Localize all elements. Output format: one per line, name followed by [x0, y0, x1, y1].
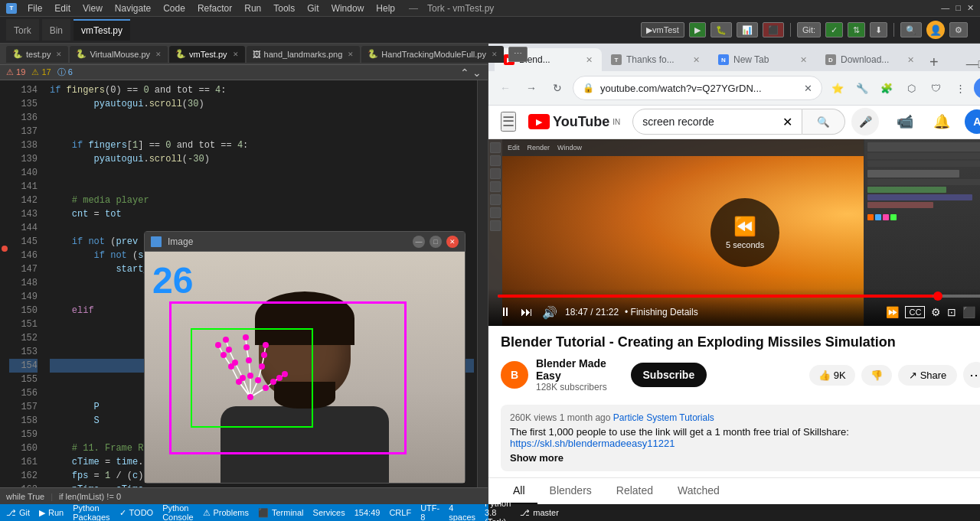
- clear-url-icon[interactable]: ✕: [804, 83, 812, 94]
- file-tab-test[interactable]: 🐍 test.py ✕: [6, 46, 68, 63]
- status-git[interactable]: ⎇ Git: [6, 508, 30, 518]
- yt-tab-watched[interactable]: Watched: [665, 478, 732, 504]
- file-tab-landmarks[interactable]: 🖼 hand_landmarks.png ✕: [247, 46, 361, 63]
- progress-bar[interactable]: [498, 295, 980, 298]
- file-tab-virtualmouse[interactable]: 🐍 VirtualMouse.py ✕: [70, 46, 168, 63]
- address-bar[interactable]: 🔒 youtube.com/watch?v=Q27YGrDN... ✕: [573, 76, 822, 100]
- extension-btn-2[interactable]: 🔧: [851, 77, 873, 99]
- popup-maximize-button[interactable]: □: [430, 236, 442, 248]
- more-actions-button[interactable]: ⋯: [963, 362, 980, 388]
- settings-button[interactable]: ⚙: [931, 306, 941, 318]
- menu-item-refactor[interactable]: Refactor: [193, 3, 237, 14]
- yt-user-avatar[interactable]: A: [965, 109, 980, 134]
- menu-item-run[interactable]: Run: [240, 3, 266, 14]
- yt-tab-related[interactable]: Related: [604, 478, 665, 504]
- extension-btn-5[interactable]: 🛡: [925, 77, 946, 99]
- extension-btn-4[interactable]: ⬡: [900, 77, 922, 99]
- reload-button[interactable]: ↻: [547, 77, 568, 99]
- new-tab-button[interactable]: +: [923, 54, 945, 71]
- git-check-btn[interactable]: ✓: [825, 22, 843, 37]
- menu-item-navigate[interactable]: Navigate: [110, 3, 155, 14]
- maximize-btn[interactable]: □: [956, 3, 961, 13]
- status-branch[interactable]: ⎇ master: [520, 508, 559, 518]
- browser-tab-newtab-close[interactable]: ✕: [800, 55, 807, 65]
- yt-search-button[interactable]: 🔍: [802, 109, 845, 135]
- yt-tab-blenders[interactable]: Blenders: [537, 478, 604, 504]
- git-merge-btn[interactable]: ⇅: [848, 22, 865, 37]
- menu-item-window[interactable]: Window: [327, 3, 369, 14]
- menu-item-git[interactable]: Git: [302, 3, 323, 14]
- minimize-btn[interactable]: —: [941, 3, 949, 13]
- run-btn[interactable]: ▶: [689, 22, 706, 37]
- file-tab-vm-close[interactable]: ✕: [155, 50, 162, 58]
- back-button[interactable]: ←: [495, 77, 516, 99]
- more-options-btn[interactable]: ⋮: [949, 77, 971, 99]
- browser-profile[interactable]: A: [974, 77, 980, 99]
- browser-tab-newtab[interactable]: N New Tab ✕: [709, 48, 816, 71]
- channel-name[interactable]: Blender Made Easy: [536, 357, 623, 382]
- yt-notifications-button[interactable]: 🔔: [928, 108, 956, 135]
- menu-item-help[interactable]: Help: [371, 3, 400, 14]
- expand-btn[interactable]: ⌄: [472, 67, 482, 79]
- speed-button[interactable]: ⏩: [886, 306, 899, 318]
- play-pause-button[interactable]: ⏸: [498, 304, 513, 321]
- file-tab-tracking-close[interactable]: ✕: [492, 50, 498, 58]
- debug-btn[interactable]: 🐛: [710, 22, 732, 37]
- ide-tab-vmtest[interactable]: vmTest.py: [74, 19, 130, 41]
- collapse-btn[interactable]: ⌃: [460, 67, 469, 79]
- yt-search-input[interactable]: [642, 116, 776, 128]
- browser-minimize[interactable]: —: [966, 57, 978, 71]
- menu-item-tools[interactable]: Tools: [269, 3, 299, 14]
- ide-tab-tork[interactable]: Tork: [6, 19, 39, 41]
- file-tab-test-close[interactable]: ✕: [56, 50, 62, 58]
- show-more-button[interactable]: Show more: [510, 452, 564, 464]
- yt-search-box[interactable]: ✕: [632, 109, 802, 135]
- browser-tab-blend-close[interactable]: ✕: [586, 55, 593, 65]
- yt-logo[interactable]: YouTube IN: [528, 114, 620, 130]
- next-button[interactable]: ⏭: [519, 304, 534, 321]
- like-button[interactable]: 👍 9K: [809, 365, 855, 386]
- browser-tab-download[interactable]: D Download... ✕: [816, 48, 923, 71]
- yt-menu-icon[interactable]: ☰: [501, 112, 516, 132]
- menu-item-file[interactable]: File: [23, 3, 47, 14]
- menu-item-view[interactable]: View: [78, 3, 107, 14]
- status-run[interactable]: ▶ Run: [39, 508, 64, 518]
- browser-tab-thanks[interactable]: T Thanks fo... ✕: [602, 48, 709, 71]
- yt-create-button[interactable]: 📹: [891, 108, 919, 135]
- captions-button[interactable]: CC: [905, 306, 925, 318]
- status-services[interactable]: Services: [313, 508, 345, 517]
- extension-btn-1[interactable]: ⭐: [827, 77, 848, 99]
- menu-item-edit[interactable]: Edit: [50, 3, 75, 14]
- status-python-console[interactable]: Python Console: [162, 503, 193, 521]
- status-problems[interactable]: ⚠ Problems: [203, 508, 249, 518]
- user-avatar[interactable]: 👤: [926, 21, 945, 39]
- file-tab-vmtest[interactable]: 🐍 vmTest.py ✕: [169, 46, 245, 63]
- forward-button[interactable]: →: [521, 77, 542, 99]
- dislike-button[interactable]: 👎: [861, 365, 892, 386]
- search-everywhere-btn[interactable]: 🔍: [900, 22, 922, 37]
- popup-close-button[interactable]: ✕: [446, 236, 459, 248]
- ide-tab-bin[interactable]: Bin: [42, 19, 70, 41]
- status-python-packages[interactable]: Python Packages: [73, 503, 109, 521]
- yt-desc-link[interactable]: https://skl.sh/blendermadeeasy11221: [510, 438, 675, 449]
- file-tab-tracking[interactable]: 🐍 HandTrackingModuleFull.py ✕: [361, 46, 504, 63]
- status-todo[interactable]: ✓ TODO: [119, 508, 154, 518]
- yt-video-player[interactable]: Edit Render Window: [488, 139, 980, 326]
- status-terminal[interactable]: ⬛ Terminal: [258, 508, 304, 518]
- coverage-btn[interactable]: 📊: [737, 22, 758, 37]
- popup-minimize-button[interactable]: —: [413, 236, 425, 248]
- yt-mic-button[interactable]: 🎤: [851, 108, 879, 135]
- git-btn[interactable]: Git:: [797, 22, 821, 37]
- category-tag[interactable]: Particle System Tutorials: [613, 412, 714, 423]
- browser-tab-download-close[interactable]: ✕: [907, 55, 914, 65]
- run-config-btn[interactable]: ▶ vmTest: [641, 22, 684, 37]
- theater-button[interactable]: ⬛: [962, 306, 975, 318]
- file-tab-vmtest-close[interactable]: ✕: [233, 50, 239, 58]
- menu-item-code[interactable]: Code: [158, 3, 190, 14]
- browser-tab-thanks-close[interactable]: ✕: [693, 55, 700, 65]
- extension-btn-3[interactable]: 🧩: [876, 77, 897, 99]
- file-tab-landmarks-close[interactable]: ✕: [348, 50, 354, 58]
- settings-btn[interactable]: ⚙: [949, 22, 968, 37]
- share-button[interactable]: ↗ Share: [898, 365, 958, 386]
- volume-button[interactable]: 🔊: [541, 304, 559, 321]
